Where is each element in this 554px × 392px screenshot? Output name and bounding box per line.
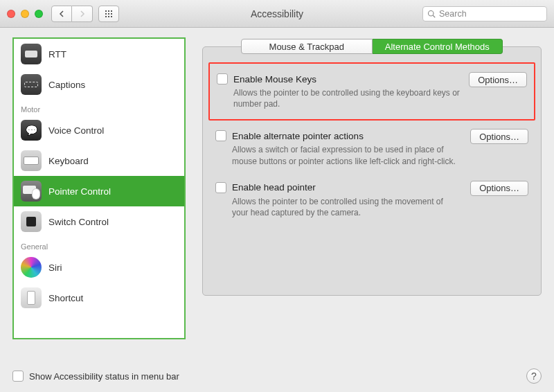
- minimize-window-icon[interactable]: [21, 10, 29, 18]
- question-mark-icon: ?: [531, 371, 537, 382]
- options-button-head-pointer[interactable]: Options…: [470, 181, 528, 196]
- siri-icon: [21, 257, 42, 278]
- sidebar-item-label: Voice Control: [48, 125, 104, 136]
- shortcut-icon: [21, 287, 42, 308]
- svg-line-1: [433, 15, 435, 17]
- sidebar-item-label: RTT: [48, 49, 66, 60]
- sidebar-item-label: Switch Control: [48, 217, 109, 227]
- svg-point-0: [429, 10, 434, 16]
- footer-label: Show Accessibility status in menu bar: [29, 371, 179, 382]
- checkbox-enable-alternate-pointer-actions[interactable]: [215, 130, 226, 141]
- option-description: Allows a switch or facial expression to …: [232, 144, 461, 166]
- voice-control-icon: [21, 120, 42, 141]
- sidebar-item-label: Captions: [48, 80, 85, 90]
- close-window-icon[interactable]: [7, 10, 15, 18]
- rtt-icon: [21, 44, 42, 64]
- sidebar-item-label: Pointer Control: [48, 186, 111, 197]
- switch-control-icon: [21, 211, 42, 232]
- chevron-left-icon: [58, 10, 65, 17]
- footer: Show Accessibility status in menu bar ?: [0, 360, 554, 392]
- tabbar: Mouse & Trackpad Alternate Control Metho…: [241, 39, 503, 54]
- checkbox-show-status-menubar[interactable]: [12, 371, 24, 382]
- chevron-right-icon: [79, 10, 86, 17]
- zoom-window-icon[interactable]: [35, 10, 43, 18]
- option-enable-mouse-keys: Enable Mouse Keys Allows the pointer to …: [217, 69, 527, 112]
- titlebar: Accessibility Search: [0, 0, 554, 28]
- options-button-alternate-pointer[interactable]: Options…: [470, 129, 528, 144]
- options-panel: Enable Mouse Keys Allows the pointer to …: [202, 46, 542, 296]
- forward-button[interactable]: [72, 6, 93, 22]
- grid-icon: [105, 10, 113, 18]
- option-description: Allows the pointer to be controlled usin…: [232, 196, 461, 218]
- sidebar-item-label: Keyboard: [48, 156, 89, 166]
- checkbox-enable-head-pointer[interactable]: [215, 182, 226, 193]
- sidebar-item-shortcut[interactable]: Shortcut: [14, 283, 184, 313]
- sidebar-item-rtt[interactable]: RTT: [14, 39, 184, 69]
- sidebar-item-captions[interactable]: Captions: [14, 69, 184, 100]
- main-pane: Mouse & Trackpad Alternate Control Metho…: [202, 37, 542, 360]
- highlight-mouse-keys: Enable Mouse Keys Allows the pointer to …: [208, 62, 535, 121]
- sidebar-item-pointer-control[interactable]: Pointer Control: [14, 176, 184, 206]
- sidebar-item-switch-control[interactable]: Switch Control: [14, 206, 184, 237]
- content-area: RTT Captions Motor Voice Control Keyboar…: [0, 28, 554, 360]
- tab-mouse-trackpad[interactable]: Mouse & Trackpad: [241, 39, 373, 54]
- sidebar-item-siri[interactable]: Siri: [14, 252, 184, 283]
- sidebar-item-keyboard[interactable]: Keyboard: [14, 145, 184, 176]
- sidebar-group-motor: Motor: [14, 100, 184, 115]
- option-label: Enable alternate pointer actions: [232, 131, 364, 141]
- option-description: Allows the pointer to be controlled usin…: [233, 87, 462, 109]
- tab-alternate-control-methods[interactable]: Alternate Control Methods: [373, 39, 503, 54]
- options-button-mouse-keys[interactable]: Options…: [469, 72, 527, 87]
- sidebar-item-voice-control[interactable]: Voice Control: [14, 115, 184, 145]
- sidebar-item-label: Shortcut: [48, 293, 83, 303]
- option-label: Enable Mouse Keys: [233, 74, 316, 84]
- sidebar-list[interactable]: RTT Captions Motor Voice Control Keyboar…: [12, 37, 186, 339]
- nav-buttons: [51, 6, 93, 22]
- pointer-control-icon: [21, 181, 42, 202]
- sidebar-item-label: Siri: [48, 262, 62, 273]
- checkbox-enable-mouse-keys[interactable]: [217, 73, 228, 84]
- option-label: Enable head pointer: [232, 182, 316, 193]
- help-button[interactable]: ?: [526, 368, 542, 384]
- keyboard-icon: [21, 150, 42, 171]
- sidebar-group-general: General: [14, 237, 184, 252]
- show-all-button[interactable]: [98, 6, 119, 22]
- search-icon: [427, 10, 436, 18]
- captions-icon: [21, 74, 42, 95]
- option-enable-head-pointer: Enable head pointer Allows the pointer t…: [215, 178, 528, 229]
- search-input[interactable]: Search: [422, 6, 547, 21]
- search-placeholder: Search: [439, 9, 467, 19]
- option-enable-alternate-pointer-actions: Enable alternate pointer actions Allows …: [215, 126, 528, 177]
- back-button[interactable]: [51, 6, 72, 22]
- window-controls: [7, 10, 43, 18]
- sidebar: RTT Captions Motor Voice Control Keyboar…: [12, 37, 186, 360]
